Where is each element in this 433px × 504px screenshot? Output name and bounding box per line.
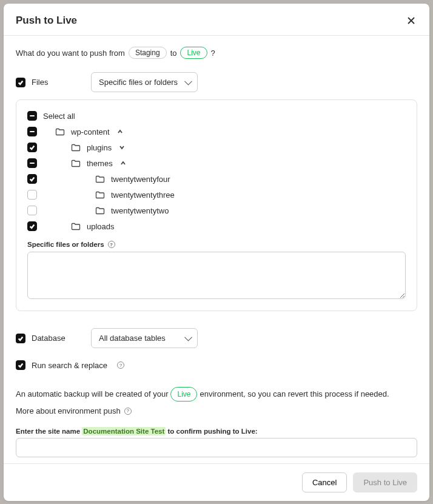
search-replace-checkbox[interactable] (16, 360, 25, 370)
question-suffix: ? (211, 49, 215, 58)
database-select[interactable]: All database tables (91, 328, 198, 348)
select-all-checkbox[interactable] (27, 111, 37, 121)
folder-icon (71, 159, 81, 167)
check-icon (18, 335, 24, 341)
wp-content-toggle[interactable] (116, 127, 124, 136)
folder-icon (71, 143, 81, 152)
twentytwentytwo-label: twentytwentytwo (111, 206, 169, 215)
backup-prefix: An automatic backup will be created of y… (16, 388, 168, 400)
twentytwentyfour-label: twentytwentyfour (111, 175, 170, 184)
plugins-label: plugins (87, 143, 112, 152)
close-button[interactable] (405, 15, 417, 27)
twentytwentythree-checkbox[interactable] (27, 190, 37, 200)
folder-icon (95, 206, 105, 215)
plugins-checkbox[interactable] (27, 143, 37, 152)
themes-label: themes (87, 159, 113, 168)
confirm-input[interactable] (16, 438, 417, 457)
info-icon[interactable]: ? (117, 361, 124, 369)
confirm-prefix: Enter the site name (16, 428, 82, 435)
files-select[interactable]: Specific files or folders (91, 72, 198, 92)
question-to: to (170, 49, 177, 58)
target-env-pill: Live (180, 47, 207, 59)
cancel-button[interactable]: Cancel (302, 472, 347, 492)
files-checkbox[interactable] (16, 78, 25, 87)
push-button[interactable]: Push to Live (353, 472, 417, 492)
close-icon (408, 17, 415, 24)
files-tree-panel: Select all wp-content plugins (16, 99, 417, 311)
files-label: Files (32, 78, 48, 87)
more-about-link[interactable]: More about environment push (16, 406, 121, 415)
question-prefix: What do you want to push from (16, 49, 125, 58)
themes-toggle[interactable] (119, 159, 127, 167)
database-select-value: All database tables (99, 334, 166, 343)
wp-content-checkbox[interactable] (27, 127, 37, 136)
check-icon (18, 362, 24, 368)
files-select-value: Specific files or folders (99, 78, 178, 87)
folder-icon (71, 222, 81, 230)
themes-checkbox[interactable] (27, 158, 37, 168)
backup-suffix: environment, so you can revert this proc… (200, 388, 389, 400)
folder-icon (95, 175, 105, 183)
specific-files-label: Specific files or folders (27, 241, 104, 248)
info-icon[interactable]: ? (108, 241, 115, 248)
uploads-label: uploads (87, 222, 115, 231)
database-checkbox[interactable] (16, 334, 25, 343)
specific-files-textarea[interactable] (27, 252, 406, 299)
folder-icon (55, 127, 65, 136)
uploads-checkbox[interactable] (27, 221, 37, 231)
select-all-label: Select all (43, 112, 75, 121)
database-label: Database (32, 334, 65, 343)
search-replace-label: Run search & replace (32, 361, 107, 370)
folder-icon (95, 190, 105, 199)
modal-title: Push to Live (16, 15, 77, 27)
twentytwentytwo-checkbox[interactable] (27, 206, 37, 215)
twentytwentyfour-checkbox[interactable] (27, 174, 37, 184)
confirm-suffix: to confirm pushing to Live: (166, 428, 257, 435)
plugins-toggle[interactable] (118, 143, 126, 152)
wp-content-label: wp-content (71, 127, 110, 136)
info-icon[interactable]: ? (124, 408, 132, 415)
backup-env-pill: Live (170, 387, 197, 402)
twentytwentythree-label: twentytwentythree (111, 190, 175, 200)
check-icon (18, 79, 24, 86)
source-env-pill: Staging (129, 47, 167, 59)
confirm-site-name: Documentation Site Test (82, 427, 166, 435)
